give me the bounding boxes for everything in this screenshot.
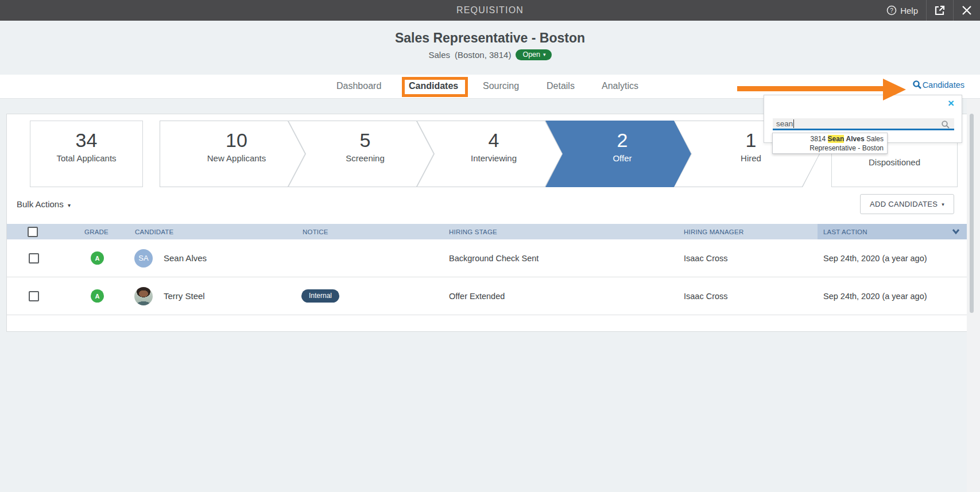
funnel-stage-screening[interactable]: 5 Screening [288, 121, 434, 187]
column-header-last-action[interactable]: LAST ACTION [818, 224, 968, 239]
hiring-manager-cell: Isaac Cross [682, 292, 818, 301]
suggestion-name: Alves [846, 135, 865, 143]
candidate-avatar-initials[interactable]: SA [134, 249, 153, 268]
hiring-manager-cell: Isaac Cross [682, 254, 818, 263]
last-action-cell: Sep 24th, 2020 (a year ago) [818, 254, 968, 263]
candidate-name[interactable]: Sean Alves [164, 253, 207, 263]
page-title: Sales Representative - Boston [0, 30, 980, 46]
stage-label: Hired [741, 153, 761, 163]
open-in-new-window-button[interactable] [927, 0, 953, 21]
tutorial-arrow [737, 86, 884, 91]
stage-count: 10 [226, 130, 247, 151]
help-button[interactable]: ? Help [878, 0, 926, 21]
funnel-stage-interviewing[interactable]: 4 Interviewing [417, 121, 563, 187]
table-header-row: GRADE CANDIDATE NOTICE HIRING STAGE HIRI… [7, 224, 967, 239]
stage-label: Total Applicants [56, 153, 116, 163]
hiring-stage-cell: Offer Extended [447, 292, 682, 301]
close-window-button[interactable] [954, 0, 980, 21]
help-icon: ? [886, 5, 897, 16]
scrollbar-thumb[interactable] [970, 114, 974, 313]
stage-label: Dispositioned [832, 157, 957, 167]
top-bar: REQUISITION ? Help [0, 0, 980, 21]
search-query-text: sean [776, 119, 793, 128]
column-header-hiring-manager[interactable]: HIRING MANAGER [682, 224, 818, 239]
bulk-actions-label: Bulk Actions [17, 199, 64, 209]
popup-close-button[interactable]: × [948, 98, 954, 109]
suggestion-req-id: 3814 [811, 135, 826, 143]
funnel-stage-total-applicants[interactable]: 34 Total Applicants [30, 121, 143, 187]
funnel-stage-offer[interactable]: 2 Offer [545, 121, 691, 187]
candidates-table: GRADE CANDIDATE NOTICE HIRING STAGE HIRI… [7, 224, 967, 315]
window-title: REQUISITION [0, 5, 980, 16]
tutorial-arrow-head [883, 79, 906, 100]
candidate-search-link[interactable]: Candidates [912, 80, 964, 90]
last-action-cell: Sep 24th, 2020 (a year ago) [818, 292, 968, 301]
caret-down-icon: ▾ [68, 202, 71, 208]
internal-badge: Internal [301, 289, 339, 303]
column-header-hiring-stage[interactable]: HIRING STAGE [447, 224, 682, 239]
stage-count: 2 [617, 130, 628, 151]
stage-count: 34 [76, 130, 98, 151]
row-checkbox[interactable] [29, 291, 39, 301]
candidate-row[interactable]: A Terry Steel Internal Offer Extended Is… [7, 277, 967, 315]
candidate-row[interactable]: A SA Sean Alves Background Check Sent Is… [7, 239, 967, 277]
add-candidates-label: ADD CANDIDATES [870, 200, 938, 208]
bulk-actions-dropdown[interactable]: Bulk Actions ▾ [17, 199, 71, 209]
stage-count: 1 [746, 130, 757, 151]
candidate-search-input[interactable]: sean [773, 118, 954, 130]
tab-analytics[interactable]: Analytics [602, 81, 638, 91]
text-cursor [793, 119, 794, 128]
svg-text:?: ? [890, 7, 893, 14]
suggestion-match-highlight: Sean [828, 135, 845, 143]
job-location-req: (Boston, 3814) [455, 50, 511, 60]
status-label: Open [522, 51, 540, 59]
tab-sourcing[interactable]: Sourcing [483, 81, 519, 91]
caret-down-icon: ▾ [543, 52, 546, 57]
funnel-stage-new-applicants[interactable]: 10 New Applicants [160, 121, 305, 187]
sort-descending-icon [952, 228, 960, 235]
column-header-notice[interactable]: NOTICE [301, 224, 447, 239]
stage-count: 4 [489, 130, 499, 151]
tab-candidates[interactable]: Candidates [409, 81, 458, 91]
stage-label: Offer [613, 153, 632, 163]
job-department: Sales [428, 50, 450, 60]
stage-label: Interviewing [471, 153, 517, 163]
help-label: Help [900, 6, 918, 16]
candidate-name[interactable]: Terry Steel [164, 291, 205, 301]
top-bar-actions: ? Help [878, 0, 980, 21]
funnel-chevrons: 10 New Applicants 5 Screening 4 Interv [160, 121, 820, 187]
grade-badge: A [91, 289, 104, 303]
job-subtitle: Sales (Boston, 3814) Open ▾ [0, 49, 980, 60]
select-all-checkbox[interactable] [28, 227, 38, 237]
hiring-stage-cell: Background Check Sent [447, 254, 682, 263]
search-suggestion-item[interactable]: 3814 Sean Alves Sales Representative - B… [772, 133, 888, 154]
row-checkbox[interactable] [29, 253, 39, 264]
grade-badge: A [91, 251, 104, 265]
external-link-icon [934, 5, 946, 16]
column-header-grade[interactable]: GRADE [47, 224, 119, 239]
stage-label: New Applicants [207, 153, 266, 163]
job-header: Sales Representative - Boston Sales (Bos… [0, 21, 980, 75]
column-header-candidate[interactable]: CANDIDATE [119, 224, 301, 239]
requisition-window: REQUISITION ? Help Sales Representative … [0, 0, 980, 492]
scrollbar-track [967, 99, 980, 492]
candidate-search-link-label: Candidates [923, 80, 964, 90]
tab-dashboard[interactable]: Dashboard [336, 81, 381, 91]
notice-cell: Internal [301, 289, 447, 303]
caret-down-icon: ▾ [942, 202, 944, 207]
search-icon [941, 120, 950, 129]
tab-details[interactable]: Details [547, 81, 575, 91]
stage-label: Screening [346, 153, 385, 163]
candidate-avatar-photo[interactable] [134, 287, 153, 305]
add-candidates-button[interactable]: ADD CANDIDATES ▾ [860, 194, 954, 214]
stage-count: 5 [360, 130, 371, 151]
close-icon [962, 5, 972, 16]
column-header-last-action-label: LAST ACTION [823, 228, 867, 235]
status-badge[interactable]: Open ▾ [516, 49, 551, 60]
search-icon [912, 80, 922, 90]
